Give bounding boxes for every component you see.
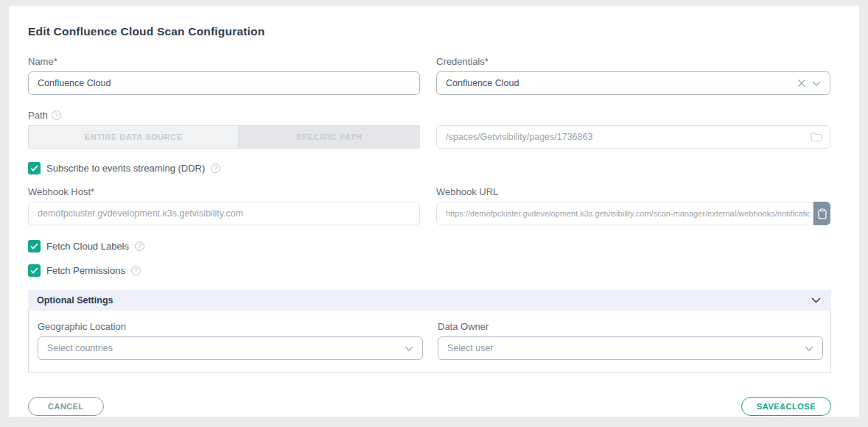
save-close-button[interactable]: SAVE&CLOSE: [741, 397, 831, 416]
optional-settings-section: Optional Settings Geographic Location Se…: [28, 290, 831, 373]
webhook-url-label: Webhook URL: [436, 186, 830, 197]
geographic-location-label: Geographic Location: [38, 321, 423, 332]
credentials-label: Credentials*: [436, 56, 830, 67]
subscribe-ddr-label: Subscribe to events streaming (DDR): [46, 163, 205, 174]
chevron-down-icon[interactable]: [405, 346, 413, 351]
optional-settings-header[interactable]: Optional Settings: [28, 290, 831, 311]
data-owner-select[interactable]: Select user: [438, 336, 823, 360]
fetch-permissions-row: Fetch Permissions ?: [28, 264, 831, 277]
fetch-cloud-labels-label: Fetch Cloud Labels: [46, 241, 129, 252]
credentials-value: Confluence Cloud: [446, 78, 791, 88]
name-input[interactable]: [28, 71, 420, 95]
page-title: Edit Confluence Cloud Scan Configuration: [28, 25, 831, 38]
optional-settings-title: Optional Settings: [37, 295, 811, 306]
path-scope-toggle: ENTIRE DATA SOURCE SPECIFIC PATH: [28, 125, 420, 149]
fetch-permissions-label: Fetch Permissions: [46, 265, 125, 276]
copy-icon[interactable]: [813, 202, 830, 225]
collapse-chevron-icon[interactable]: [811, 297, 821, 303]
clear-icon[interactable]: [797, 79, 806, 88]
webhook-row: Webhook Host* Webhook URL: [28, 186, 831, 225]
fetch-permissions-help-icon[interactable]: ?: [131, 266, 141, 275]
footer-actions: CANCEL SAVE&CLOSE: [28, 397, 831, 416]
path-help-icon[interactable]: ?: [52, 110, 61, 120]
folder-icon[interactable]: [811, 132, 822, 145]
entire-data-source-button[interactable]: ENTIRE DATA SOURCE: [29, 126, 239, 148]
chevron-down-icon[interactable]: [805, 346, 813, 351]
cancel-button[interactable]: CANCEL: [28, 397, 104, 416]
name-credentials-row: Name* Credentials* Confluence Cloud: [28, 56, 831, 95]
geographic-location-placeholder: Select countries: [47, 343, 399, 353]
webhook-host-label: Webhook Host*: [28, 186, 420, 197]
subscribe-ddr-checkbox[interactable]: [28, 162, 41, 174]
geographic-location-select[interactable]: Select countries: [38, 336, 423, 360]
fetch-cloud-labels-checkbox[interactable]: [28, 240, 41, 253]
path-label: Path: [28, 110, 48, 121]
subscribe-ddr-row: Subscribe to events streaming (DDR) ?: [28, 162, 831, 174]
data-owner-placeholder: Select user: [447, 343, 799, 353]
path-row: Path ? ENTIRE DATA SOURCE SPECIFIC PATH: [28, 110, 831, 149]
subscribe-ddr-help-icon[interactable]: ?: [211, 163, 220, 173]
fetch-cloud-labels-row: Fetch Cloud Labels ?: [28, 240, 831, 253]
data-owner-label: Data Owner: [438, 321, 823, 332]
name-label: Name*: [28, 56, 420, 67]
chevron-down-icon[interactable]: [812, 81, 821, 86]
optional-settings-panel: Geographic Location Select countries Dat…: [28, 311, 831, 373]
specific-path-input[interactable]: [436, 125, 830, 149]
webhook-url-input[interactable]: [436, 202, 813, 225]
scan-config-card: Edit Confluence Cloud Scan Configuration…: [9, 6, 859, 417]
specific-path-button[interactable]: SPECIFIC PATH: [239, 126, 419, 148]
credentials-select[interactable]: Confluence Cloud: [436, 71, 830, 95]
fetch-permissions-checkbox[interactable]: [28, 264, 41, 277]
webhook-host-input[interactable]: [28, 202, 420, 225]
fetch-cloud-labels-help-icon[interactable]: ?: [135, 241, 144, 251]
